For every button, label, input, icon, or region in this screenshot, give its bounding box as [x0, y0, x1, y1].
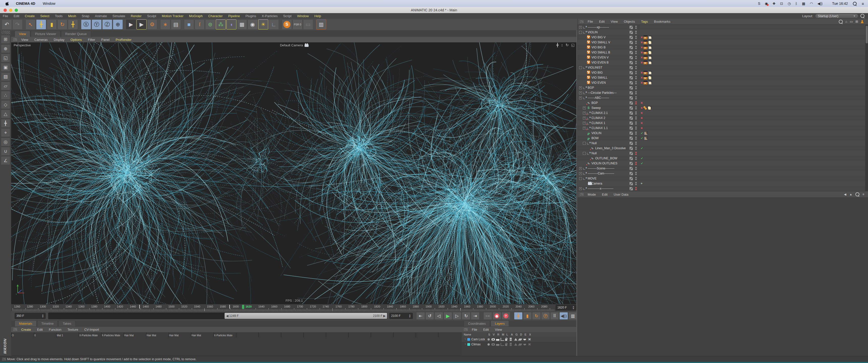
object-row-climax-1-1[interactable]: +∟0aCLIMAX 1.1×: [578, 126, 865, 131]
timeline-range-slider[interactable]: ◀ 1249 F 2100 F ▶: [48, 312, 387, 319]
attributes-menu-edit[interactable]: Edit: [599, 193, 611, 196]
attr-search-icon[interactable]: [856, 192, 860, 196]
layer-assign-chip[interactable]: [629, 81, 633, 85]
app-menu-x-particles[interactable]: X-Particles: [259, 14, 280, 18]
object-row-vio-small-v[interactable]: +VIO SMALL V×: [578, 40, 865, 45]
timeline-tick-2020[interactable]: 2020: [503, 305, 509, 308]
model-mode-button[interactable]: ▣: [1, 63, 10, 72]
xparticles-disable-tag[interactable]: ×: [641, 61, 643, 65]
display-icon[interactable]: ⊡: [780, 1, 783, 5]
pan-view-icon[interactable]: ╋: [556, 43, 559, 47]
app-menu-edit[interactable]: Edit: [11, 14, 22, 18]
keyframe-selection-toggle[interactable]: ▥: [568, 312, 577, 320]
material-item-5[interactable]: X-Particles Mate: [101, 333, 123, 356]
timeline-tick-1880[interactable]: 1880: [412, 305, 418, 308]
object-manager-menu-tags[interactable]: Tags: [638, 20, 651, 24]
app-menu-script[interactable]: Script: [280, 14, 294, 18]
apple-menu-icon[interactable]: [5, 1, 9, 6]
om-home-icon[interactable]: ⌂: [845, 20, 847, 24]
visibility-dots[interactable]: [634, 26, 638, 29]
rotate-tool[interactable]: ↻: [57, 20, 67, 30]
layer-assign-chip[interactable]: [629, 86, 633, 90]
timeline-tick-1720[interactable]: 1720: [310, 305, 316, 308]
tweak-mode-button[interactable]: ╋: [1, 119, 10, 128]
render-clap-tag[interactable]: [644, 56, 648, 59]
app-menu-snap[interactable]: Snap: [79, 14, 92, 18]
material-item-6[interactable]: Hair Mat: [124, 333, 146, 356]
layer-assign-chip[interactable]: [629, 127, 633, 130]
sound-toggle[interactable]: ◀)): [559, 312, 568, 320]
coordinate-system-toggle[interactable]: ⊕: [113, 20, 123, 30]
expand-toggle[interactable]: +: [583, 127, 586, 130]
frame-stepper[interactable]: ▲▼: [572, 305, 575, 309]
tab-picture-viewer[interactable]: Picture Viewer: [31, 31, 61, 37]
subdivision-surface-button[interactable]: ⊚: [205, 20, 215, 30]
layer-assign-chip[interactable]: [629, 142, 633, 145]
mac-menu-window[interactable]: Window: [43, 1, 56, 5]
tab-timeline[interactable]: Timeline: [37, 320, 58, 326]
layer-assign-chip[interactable]: [629, 71, 633, 74]
layer-film-icon[interactable]: [496, 343, 499, 346]
timeline-tick-1500[interactable]: 1500: [168, 305, 174, 308]
app-menu-file[interactable]: File: [0, 14, 11, 18]
materials-menu-edit[interactable]: Edit: [34, 328, 46, 331]
scrollbar-thumb[interactable]: [866, 26, 868, 43]
render-settings-button[interactable]: ⚙: [147, 20, 157, 30]
playhead[interactable]: [242, 305, 244, 309]
menu-grip[interactable]: [580, 193, 584, 196]
enable-check-tag[interactable]: ✓: [641, 131, 643, 135]
timeline-tick-1480[interactable]: 1480: [155, 305, 161, 308]
edges-mode-button[interactable]: ◇: [1, 100, 10, 109]
layer-assign-chip[interactable]: [629, 132, 633, 135]
material-thumbnail[interactable]: [415, 332, 416, 337]
command-search-icon[interactable]: [861, 14, 865, 18]
visibility-dots[interactable]: [634, 31, 638, 34]
deformer-button[interactable]: ◖: [226, 20, 237, 30]
xparticles-disable-tag[interactable]: ×: [641, 71, 643, 75]
attr-back-icon[interactable]: ◀: [844, 193, 846, 196]
app-menu-mograph[interactable]: MoGraph: [186, 14, 206, 18]
object-tree-scrollbar[interactable]: [865, 25, 868, 191]
render-picture-viewer-button[interactable]: ▶: [136, 20, 147, 30]
timeline-tick-1680[interactable]: 1680: [284, 305, 290, 308]
enable-axis-button[interactable]: ⌖: [1, 128, 10, 137]
material-item-7[interactable]: Hair Mat: [146, 333, 168, 356]
timeline-tick-1400[interactable]: 1400: [104, 305, 110, 308]
layer-assign-chip[interactable]: [629, 157, 633, 160]
material-item-8[interactable]: Hair Mat: [168, 333, 190, 356]
play-button[interactable]: ▶: [443, 312, 452, 320]
material-tag[interactable]: [648, 61, 652, 65]
om-add-icon[interactable]: ⊞: [856, 20, 858, 24]
material-thumbnail[interactable]: [393, 332, 394, 337]
null-button[interactable]: ∟: [269, 20, 279, 30]
layer-bars-icon[interactable]: [510, 338, 512, 341]
timeline-tick-1540[interactable]: 1540: [194, 305, 200, 308]
layer-bowl-icon[interactable]: [523, 339, 526, 340]
last-used-tool[interactable]: ╋: [68, 20, 78, 30]
app-menu-window[interactable]: Window: [294, 14, 311, 18]
material-tag[interactable]: [648, 56, 652, 60]
expand-toggle[interactable]: -: [583, 152, 586, 155]
viewport-menu-panel[interactable]: Panel: [98, 38, 113, 42]
object-row-x[interactable]: +∟0------------x------------: [578, 186, 865, 191]
material-thumbnail[interactable]: [371, 332, 371, 337]
layer-assign-chip[interactable]: [629, 36, 633, 39]
layer-assign-chip[interactable]: [629, 26, 633, 29]
xparticles-disable-tag[interactable]: ×: [641, 116, 643, 120]
material-item-16[interactable]: [348, 333, 370, 356]
visibility-dots[interactable]: [634, 111, 638, 114]
layer-assign-chip[interactable]: [629, 111, 633, 115]
object-manager-menu-bookmarks[interactable]: Bookmarks: [651, 20, 674, 24]
redo-button[interactable]: ↷: [12, 20, 23, 30]
timeline-tick-1640[interactable]: 1640: [258, 305, 265, 308]
object-row-vio-small-b[interactable]: +VIO SMALL B×: [578, 50, 865, 55]
psr-zero-button[interactable]: PSR 0: [292, 20, 303, 30]
material-item-4[interactable]: X-Particles Mate: [79, 333, 101, 356]
material-tag[interactable]: [648, 106, 651, 110]
attributes-menu-mode[interactable]: Mode: [585, 193, 599, 196]
visibility-dots[interactable]: [634, 101, 638, 104]
visibility-dots[interactable]: [634, 41, 638, 44]
xparticles-disable-tag[interactable]: ×: [641, 111, 643, 115]
live-selection-tool[interactable]: ↖: [26, 20, 36, 30]
window-titlebar[interactable]: ANIMATIC 20 24.c4d * - Main: [0, 7, 868, 13]
